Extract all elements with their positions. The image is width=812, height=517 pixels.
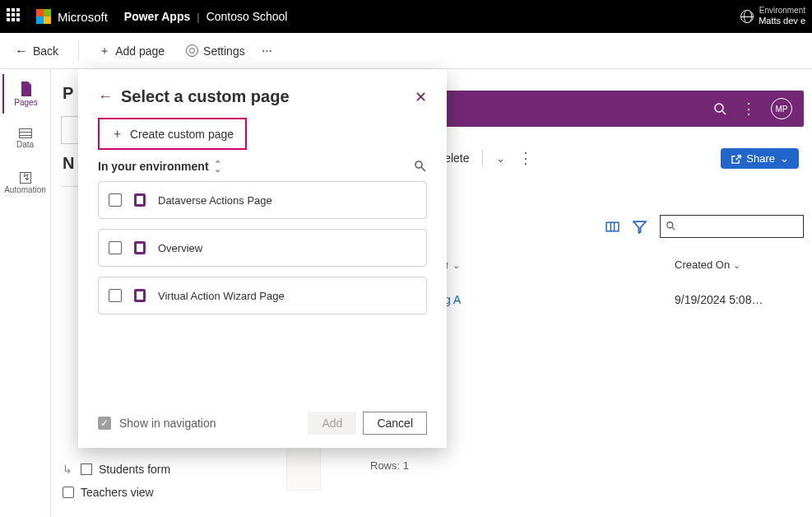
- share-icon: [731, 153, 741, 164]
- plus-icon: ＋: [99, 44, 110, 58]
- table-icon: [19, 128, 32, 138]
- teachers-view-label: Teachers view: [81, 486, 154, 499]
- more-vertical-icon[interactable]: ⋮: [518, 149, 533, 167]
- page-option-label: Dataverse Actions Page: [158, 194, 272, 207]
- page-icon: [132, 192, 148, 208]
- left-nav-rail: Pages Data Automation: [0, 69, 51, 517]
- table-row-link[interactable]: g A: [444, 293, 461, 306]
- cancel-button[interactable]: Cancel: [363, 412, 427, 435]
- rail-data[interactable]: Data: [2, 119, 49, 158]
- rail-automation-label: Automation: [4, 185, 46, 194]
- rail-pages-label: Pages: [14, 98, 37, 107]
- add-button[interactable]: Add: [308, 412, 356, 435]
- checkbox[interactable]: [109, 241, 122, 254]
- svg-point-8: [667, 222, 673, 228]
- back-label: Back: [33, 44, 58, 58]
- environment-picker[interactable]: Environment Matts dev e: [740, 6, 805, 26]
- rail-pages[interactable]: Pages: [2, 74, 49, 114]
- view-icon: [63, 487, 74, 498]
- svg-point-10: [415, 161, 422, 168]
- back-button[interactable]: ← Back: [10, 40, 63, 62]
- students-form-label: Students form: [99, 463, 170, 476]
- search-input[interactable]: [660, 215, 804, 238]
- sort-icon[interactable]: ⌃⌄: [214, 161, 221, 171]
- dialog-back-icon[interactable]: ←: [98, 88, 113, 105]
- column-header-created-on[interactable]: Created On ⌄: [675, 258, 740, 271]
- rail-data-label: Data: [16, 140, 34, 149]
- svg-rect-15: [137, 244, 143, 252]
- svg-point-0: [715, 104, 723, 112]
- add-page-button[interactable]: ＋ Add page: [94, 40, 169, 62]
- branch-icon: ↳: [63, 463, 72, 476]
- environment-name: Matts dev e: [759, 16, 805, 26]
- add-page-label: Add page: [115, 44, 165, 58]
- global-header: Microsoft Power Apps | Contoso School En…: [0, 0, 812, 33]
- command-bar: ← Back ＋ Add page Settings ⋯: [0, 33, 812, 69]
- row-count: Rows: 1: [370, 459, 409, 472]
- search-icon[interactable]: [414, 160, 427, 173]
- avatar[interactable]: MP: [771, 98, 792, 119]
- svg-line-11: [421, 167, 425, 171]
- svg-rect-17: [137, 291, 143, 300]
- page-icon: [20, 82, 33, 96]
- sidebar-item-students-form[interactable]: ↳ Students form: [61, 458, 271, 481]
- microsoft-logo-icon: [36, 9, 51, 24]
- search-icon[interactable]: [713, 102, 726, 115]
- chevron-down-icon[interactable]: ⌄: [496, 152, 505, 165]
- microsoft-logo-text: Microsoft: [58, 10, 108, 24]
- gear-icon: [186, 44, 198, 57]
- rail-automation[interactable]: Automation: [2, 163, 49, 203]
- divider: [482, 150, 483, 166]
- more-vertical-icon[interactable]: ⋮: [741, 100, 756, 118]
- close-icon[interactable]: ✕: [415, 88, 427, 106]
- env-label: In your environment: [98, 160, 209, 173]
- settings-label: Settings: [203, 44, 245, 58]
- app-context: Contoso School: [206, 10, 288, 23]
- dialog-title: Select a custom page: [121, 87, 290, 106]
- checkbox[interactable]: [109, 289, 122, 302]
- settings-button[interactable]: Settings: [181, 41, 250, 61]
- edit-columns-icon[interactable]: [606, 220, 619, 234]
- checkbox[interactable]: [109, 193, 122, 207]
- select-custom-page-dialog: ← Select a custom page ✕ ＋ Create custom…: [78, 69, 447, 448]
- create-custom-page-button[interactable]: ＋ Create custom page: [98, 118, 247, 150]
- page-option-label: Overview: [158, 242, 202, 254]
- sidebar-item-teachers-view[interactable]: Teachers view: [61, 481, 271, 504]
- globe-icon: [740, 10, 754, 23]
- page-option-overview[interactable]: Overview: [98, 229, 427, 267]
- microsoft-logo[interactable]: Microsoft: [36, 9, 108, 24]
- divider: [78, 41, 79, 61]
- svg-line-9: [672, 227, 675, 231]
- custom-page-list: Dataverse Actions Page Overview Virtual …: [98, 181, 427, 314]
- share-label: Share: [746, 152, 775, 165]
- search-icon: [666, 221, 677, 232]
- filter-icon[interactable]: [633, 220, 647, 234]
- chevron-down-icon: ⌄: [780, 152, 789, 165]
- flow-icon: [20, 172, 31, 184]
- form-icon: [81, 463, 92, 475]
- svg-rect-13: [137, 196, 143, 204]
- page-option-dataverse-actions[interactable]: Dataverse Actions Page: [98, 181, 427, 219]
- environment-label: Environment: [759, 6, 805, 16]
- show-in-nav-checkbox[interactable]: ✓: [98, 417, 111, 430]
- page-icon: [132, 287, 148, 304]
- page-icon: [132, 240, 148, 256]
- share-button[interactable]: Share ⌄: [721, 148, 799, 169]
- environment-section-header: In your environment ⌃⌄: [98, 160, 427, 173]
- svg-rect-5: [606, 222, 619, 231]
- svg-line-1: [722, 111, 726, 114]
- plus-icon: ＋: [111, 126, 123, 142]
- create-custom-page-label: Create custom page: [130, 128, 234, 141]
- app-name: Power Apps: [124, 10, 190, 23]
- more-icon[interactable]: ⋯: [262, 44, 274, 57]
- arrow-left-icon: ←: [15, 44, 28, 58]
- title-separator: |: [197, 11, 199, 23]
- page-option-label: Virtual Action Wizard Page: [158, 290, 285, 302]
- show-in-nav-label: Show in navigation: [119, 417, 216, 430]
- page-option-virtual-action-wizard[interactable]: Virtual Action Wizard Page: [98, 277, 427, 314]
- waffle-icon[interactable]: [7, 8, 23, 25]
- table-row-date: 9/19/2024 5:08…: [675, 293, 763, 306]
